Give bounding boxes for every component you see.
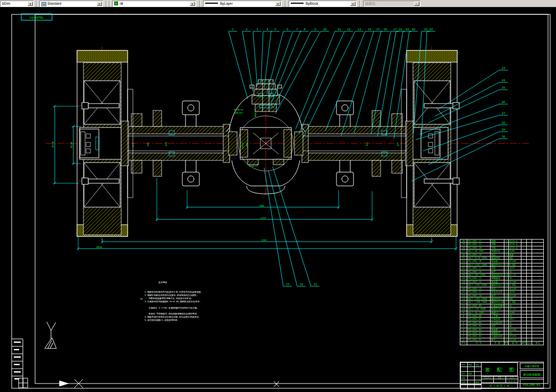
svg-text:4: 4 (266, 28, 268, 31)
table-row: 序号代 号名 称数量材 料单件总计备注 (460, 342, 544, 345)
dimension: 2207 (101, 238, 433, 243)
dim-label: Φ75 (397, 142, 399, 146)
svg-text:24: 24 (502, 79, 506, 82)
input-shaft (250, 80, 282, 112)
dim-label: Φ72 (132, 142, 134, 147)
color-value: ByLayer (220, 2, 233, 5)
svg-text:3: 3 (256, 28, 258, 31)
chevron-down-icon[interactable]: ▼ (28, 2, 33, 6)
svg-text:1415: 1415 (260, 217, 266, 219)
chevron-down-icon[interactable]: ▼ (97, 2, 102, 6)
dim-style-value: bDim (2, 2, 10, 5)
svg-text:21: 21 (424, 28, 428, 31)
layer-combo[interactable]: 绿 ▼ (112, 1, 196, 7)
chevron-down-icon[interactable]: ▼ (275, 2, 281, 6)
svg-text:560: 560 (259, 204, 264, 207)
svg-text:Φ150: Φ150 (70, 142, 73, 148)
svg-text:9: 9 (314, 28, 316, 31)
dimension: Φ150 (70, 125, 81, 165)
callout-16: 16 (354, 28, 390, 133)
title-block: 标记处数分区设计校核审核工艺批准 装 配 图 阶段标记重量比例1:2.5 共 1… (460, 362, 544, 388)
callout-1: 1 (229, 28, 248, 99)
chevron-down-icon[interactable]: ▼ (190, 2, 195, 6)
linetype-combo[interactable]: ByBlock ▼ (289, 1, 357, 7)
note-line: 5.未注明处倒角C1,表面涂漆防锈. (145, 319, 230, 322)
svg-text:19: 19 (406, 28, 409, 31)
text-style-icon: A (41, 2, 46, 7)
organization-name: 车辆工程学院 (520, 363, 544, 369)
dimension: 560 (186, 190, 340, 209)
dim-label: Φ35k6 (241, 142, 244, 149)
title-block-cell (467, 385, 475, 389)
dimension: Φ436 (52, 105, 79, 185)
toolbar-separator (285, 1, 286, 7)
svg-text:27: 27 (502, 112, 506, 115)
strip-text-marks (14, 342, 21, 379)
sheet-count: 共 1 张 第 1 张 (481, 382, 518, 389)
svg-text:2207: 2207 (261, 239, 267, 242)
svg-text:15: 15 (376, 28, 380, 31)
drawing-type-title: 装 配 图 (481, 362, 518, 376)
callout-2: 2 (242, 28, 253, 91)
callout-13: 13 (302, 28, 364, 139)
svg-text:29: 29 (502, 128, 506, 131)
toolbar-separator (106, 1, 107, 7)
notes-lines: 1.装配前所有零部件均应清洗干净,不得有毛刺铁屑等杂物.2.装配时各配合表面涂以… (145, 291, 230, 322)
callout-9: 9 (273, 28, 319, 108)
parts-table: 30PSLJ001-22垫圈4Q235-A29PSLJ001-21挡圈2Q235… (460, 239, 544, 345)
dim-label: Φ52 (366, 142, 368, 146)
chevron-down-icon[interactable]: ▼ (350, 2, 356, 6)
drawing-number: PSLJ00-01 (520, 379, 544, 389)
left-wheel (77, 50, 128, 236)
svg-text:20: 20 (412, 28, 416, 31)
parts-list: 30PSLJ001-22垫圈4Q235-A29PSLJ001-21挡圈2Q235… (460, 239, 544, 345)
title-block-cell (460, 385, 468, 389)
svg-text:5: 5 (274, 28, 276, 31)
svg-text:28: 28 (502, 121, 506, 124)
svg-text:10: 10 (323, 28, 327, 31)
dim-label: Φ165/1T (249, 165, 258, 167)
dim-label: LQ/0ZTBL (30, 16, 44, 19)
drawing-name: 驱动桥装配图 (520, 370, 544, 378)
line-swatch-icon (205, 3, 218, 4)
title-block-cell (474, 385, 482, 389)
svg-text:16: 16 (384, 28, 387, 31)
toolbar-separator (36, 1, 37, 7)
callout-33: 33 (264, 168, 292, 286)
dim-label: 30B/92T (234, 112, 243, 114)
callout-4: 4 (261, 28, 272, 83)
svg-text:13: 13 (358, 28, 361, 31)
layer-value: 绿 (120, 2, 123, 5)
svg-text:1: 1 (232, 28, 233, 31)
text-style-combo[interactable]: AStandard ▼ (39, 1, 103, 7)
linetype-value: ByBlock (306, 2, 318, 5)
technical-notes: 技术要求 1.装配前所有零部件均应清洗干净,不得有毛刺铁屑等杂物.2.装配时各配… (145, 275, 230, 325)
svg-text:22: 22 (429, 28, 433, 31)
svg-text:30: 30 (502, 135, 506, 138)
svg-text:23: 23 (502, 66, 506, 70)
svg-text:Φ436: Φ436 (52, 141, 54, 147)
svg-text:11: 11 (338, 28, 341, 31)
color-combo[interactable]: ByLayer ▼ (203, 1, 282, 7)
callout-11: 11 (296, 28, 343, 129)
svg-text:32: 32 (300, 283, 304, 286)
dim-label: Φ95 (147, 142, 149, 146)
notes-title: 技术要求 (145, 281, 230, 285)
svg-text:12: 12 (347, 28, 351, 31)
svg-text:33: 33 (286, 283, 290, 286)
plot-style-value: 随颜色 (365, 2, 376, 5)
dim-style-combo[interactable]: bDim ▼ (0, 1, 34, 7)
callout-31: 31 (273, 167, 319, 286)
toolbar-separator (199, 1, 200, 7)
toolbar-separator (109, 1, 110, 7)
callout-12: 12 (299, 28, 353, 134)
svg-text:18: 18 (399, 28, 402, 31)
svg-text:2: 2 (246, 28, 247, 31)
text-style-value: Standard (47, 2, 61, 5)
svg-text:31: 31 (314, 283, 317, 286)
layer-color-swatch (114, 2, 118, 5)
svg-text:26: 26 (502, 100, 506, 104)
toolbar: bDim ▼ AStandard ▼ 绿 ▼ ByLayer ▼ ByBlock… (0, 0, 556, 7)
dim-label: Φ25B/10 (234, 108, 243, 111)
svg-text:7: 7 (296, 28, 298, 31)
